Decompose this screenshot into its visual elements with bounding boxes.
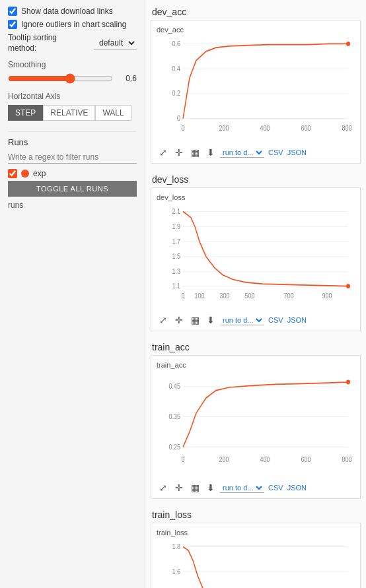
chart-inner-title-dev-acc: dev_acc — [157, 26, 355, 34]
svg-text:0: 0 — [181, 124, 184, 132]
svg-text:1.5: 1.5 — [172, 253, 180, 261]
svg-point-13 — [346, 42, 350, 46]
chart-toolbar-dev-loss: ⤢ ✛ ▦ ⬇ run to d... CSV JSON — [157, 312, 355, 328]
svg-text:1.7: 1.7 — [172, 238, 180, 245]
expand-icon-dev-loss[interactable]: ⤢ — [157, 313, 170, 327]
run-to-select-dev-loss[interactable]: run to d... — [220, 315, 264, 325]
run-to-select-dev-acc[interactable]: run to d... — [220, 148, 264, 158]
svg-text:800: 800 — [342, 124, 351, 132]
tooltip-sort-row: Tooltip sorting method: default — [8, 33, 137, 53]
svg-point-44 — [346, 380, 350, 385]
svg-text:300: 300 — [219, 292, 229, 300]
chart-card-dev-acc: dev_acc 0.6 0.4 0.2 0 0 200 400 — [151, 20, 361, 164]
tooltip-sort-select[interactable]: default — [94, 36, 137, 50]
svg-text:1.3: 1.3 — [172, 268, 180, 276]
expand-icon-train-acc[interactable]: ⤢ — [157, 481, 170, 494]
svg-text:0: 0 — [177, 114, 180, 122]
axis-buttons-group: STEP RELATIVE WALL — [8, 105, 137, 121]
svg-text:0.25: 0.25 — [168, 443, 180, 451]
svg-text:200: 200 — [219, 456, 229, 464]
show-download-label: Show data download links — [21, 7, 113, 16]
svg-text:800: 800 — [342, 456, 351, 464]
svg-text:0: 0 — [181, 456, 184, 464]
svg-text:0.2: 0.2 — [172, 90, 180, 98]
svg-text:600: 600 — [301, 456, 311, 464]
image-icon-dev-loss[interactable]: ▦ — [188, 313, 201, 327]
smoothing-row: 0.6 — [8, 73, 137, 84]
run-dot — [21, 170, 29, 178]
csv-link-train-acc[interactable]: CSV — [268, 484, 283, 492]
ignore-outliers-row: Ignore outliers in chart scaling — [8, 20, 137, 29]
svg-text:0.35: 0.35 — [168, 412, 180, 420]
run-name: exp — [33, 169, 46, 178]
svg-text:400: 400 — [260, 124, 270, 132]
csv-link-dev-loss[interactable]: CSV — [268, 316, 283, 324]
svg-text:1.9: 1.9 — [172, 222, 180, 230]
svg-text:900: 900 — [322, 292, 332, 300]
chart-card-train-loss: train_loss 1.8 1.6 1.4 1.2 0 100 300 — [151, 523, 361, 588]
show-download-row: Show data download links — [8, 7, 137, 16]
download-icon-train-acc[interactable]: ⬇ — [204, 481, 217, 494]
svg-text:0.4: 0.4 — [172, 65, 180, 73]
filter-runs-input[interactable] — [8, 151, 137, 164]
svg-text:0.6: 0.6 — [172, 40, 180, 48]
chart-inner-title-train-acc: train_acc — [157, 361, 355, 369]
svg-text:0.45: 0.45 — [168, 383, 180, 391]
chart-section-title-train-acc: train_acc — [151, 342, 361, 352]
json-link-train-acc[interactable]: JSON — [287, 484, 307, 492]
chart-inner-title-dev-loss: dev_loss — [157, 193, 355, 201]
runs-label: Runs — [8, 137, 137, 147]
download-icon[interactable]: ⬇ — [204, 146, 217, 159]
json-link-dev-loss[interactable]: JSON — [287, 316, 307, 324]
divider — [8, 131, 137, 132]
svg-text:600: 600 — [301, 124, 311, 132]
download-icon-dev-loss[interactable]: ⬇ — [204, 313, 217, 327]
ignore-outliers-checkbox[interactable] — [8, 20, 17, 29]
axis-btn-wall[interactable]: WALL — [95, 105, 131, 121]
main-content: dev_acc dev_acc 0.6 0.4 0.2 0 0 200 — [145, 0, 366, 588]
pan-icon-train-acc[interactable]: ✛ — [172, 481, 186, 494]
json-link-dev-acc[interactable]: JSON — [287, 148, 307, 156]
chart-dev-acc-svg: 0.6 0.4 0.2 0 0 200 400 600 800 — [157, 36, 355, 142]
chart-dev-loss-svg: 2.1 1.9 1.7 1.5 1.3 1.1 0 100 300 500 70… — [157, 204, 355, 310]
chart-section-dev-acc: dev_acc dev_acc 0.6 0.4 0.2 0 0 200 — [151, 7, 361, 164]
chart-card-train-acc: train_acc 0.45 0.35 0.25 0 200 400 600 — [151, 355, 361, 499]
chart-toolbar-dev-acc: ⤢ ✛ ▦ ⬇ run to d... CSV JSON — [157, 145, 355, 160]
run-item: exp — [8, 169, 137, 178]
svg-text:1.1: 1.1 — [172, 282, 180, 290]
svg-text:700: 700 — [283, 292, 293, 300]
run-to-select-train-acc[interactable]: run to d... — [220, 483, 264, 493]
chart-train-loss-svg: 1.8 1.6 1.4 1.2 0 100 300 500 700 900 — [157, 539, 355, 588]
show-download-checkbox[interactable] — [8, 7, 17, 16]
svg-point-32 — [346, 284, 350, 288]
smoothing-slider[interactable] — [8, 73, 113, 84]
image-icon[interactable]: ▦ — [188, 146, 201, 159]
chart-section-train-acc: train_acc train_acc 0.45 0.35 0.25 0 200… — [151, 342, 361, 499]
pan-icon-dev-loss[interactable]: ✛ — [172, 313, 186, 327]
expand-icon[interactable]: ⤢ — [157, 146, 170, 159]
chart-section-title-dev-acc: dev_acc — [151, 7, 361, 17]
chart-section-title-dev-loss: dev_loss — [151, 174, 361, 185]
chart-inner-title-train-loss: train_loss — [157, 529, 355, 537]
chart-section-train-loss: train_loss train_loss 1.8 1.6 1.4 1.2 0 — [151, 509, 361, 588]
svg-text:1.8: 1.8 — [172, 542, 180, 550]
chart-card-dev-loss: dev_loss 2.1 1.9 1.7 1.5 1.3 1.1 — [151, 187, 361, 331]
svg-text:400: 400 — [260, 456, 270, 464]
ignore-outliers-label: Ignore outliers in chart scaling — [21, 20, 126, 29]
toggle-all-runs-button[interactable]: TOGGLE ALL RUNS — [8, 181, 137, 197]
svg-text:0: 0 — [181, 292, 184, 300]
smoothing-value: 0.6 — [118, 74, 137, 83]
run-checkbox[interactable] — [8, 169, 17, 178]
sidebar: Show data download links Ignore outliers… — [0, 0, 145, 588]
tooltip-sort-label: Tooltip sorting method: — [8, 33, 74, 53]
axis-btn-step[interactable]: STEP — [8, 105, 43, 121]
axis-btn-relative[interactable]: RELATIVE — [43, 105, 95, 121]
pan-icon[interactable]: ✛ — [172, 146, 186, 159]
smoothing-label: Smoothing — [8, 60, 137, 69]
image-icon-train-acc[interactable]: ▦ — [188, 481, 201, 494]
horizontal-axis-label: Horizontal Axis — [8, 92, 137, 101]
svg-text:200: 200 — [219, 124, 229, 132]
svg-text:100: 100 — [194, 292, 204, 300]
chart-train-acc-svg: 0.45 0.35 0.25 0 200 400 600 800 — [157, 372, 355, 477]
csv-link-dev-acc[interactable]: CSV — [268, 148, 283, 156]
